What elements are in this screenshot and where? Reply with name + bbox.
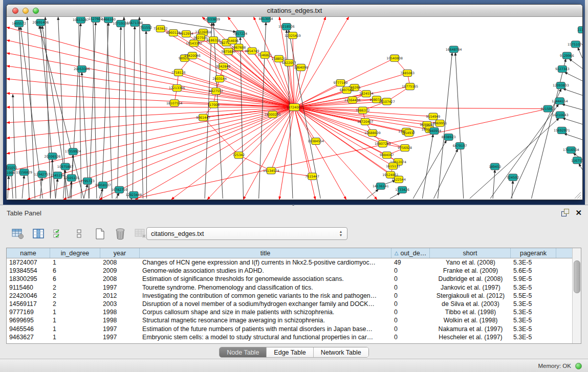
graph-node[interactable]: 9146821 — [258, 52, 272, 58]
graph-node[interactable]: 754696 — [226, 37, 238, 44]
graph-node[interactable]: 7163822 — [154, 26, 168, 32]
graph-node[interactable]: 189450 — [489, 163, 501, 170]
graph-node[interactable]: 1615132 — [386, 163, 400, 169]
graph-node[interactable]: 20206526 — [45, 153, 61, 160]
citation-network-graph[interactable]: 7163822896012889129542322605898275051654… — [7, 17, 582, 200]
graph-node[interactable]: 16543382 — [186, 40, 202, 47]
graph-node[interactable]: 12093833 — [553, 82, 569, 89]
column-header-year[interactable]: year — [100, 248, 140, 258]
graph-node[interactable]: 10975887 — [57, 163, 74, 170]
table-scrollbar-thumb[interactable] — [574, 260, 580, 293]
graph-node[interactable]: 15134574 — [263, 167, 279, 174]
graph-node[interactable]: 12444154 — [552, 98, 568, 104]
graph-node[interactable]: 15692971 — [554, 127, 570, 134]
new-document-icon[interactable] — [93, 227, 106, 240]
graph-node[interactable]: 14136141 — [373, 183, 389, 189]
graph-node[interactable]: 116755 — [571, 157, 582, 164]
table-row[interactable]: 1830029562008Estimation of significance … — [7, 275, 573, 283]
graph-node[interactable]: 9756928 — [398, 145, 412, 151]
graph-node[interactable]: 8960128 — [166, 30, 181, 36]
graph-node[interactable]: 12213386 — [169, 85, 185, 92]
tab-network-table[interactable]: Network Table — [314, 347, 368, 357]
table-row[interactable]: 946554611997Estimation of the future num… — [7, 325, 573, 333]
graph-node[interactable]: 751552 — [140, 25, 153, 31]
graph-node[interactable]: 1840954 — [427, 127, 442, 134]
graph-node[interactable]: 391994 — [7, 169, 15, 176]
graph-node[interactable]: 9154949 — [426, 113, 441, 120]
graph-node[interactable]: 9227343 — [555, 65, 570, 72]
graph-node[interactable]: 2803144 — [212, 75, 227, 82]
network-canvas[interactable]: 7163822896012889129542322605898275051654… — [7, 17, 582, 200]
resize-grip-icon[interactable] — [575, 192, 581, 199]
graph-node[interactable]: 2718126 — [171, 69, 186, 76]
close-panel-icon[interactable]: ✕ — [575, 209, 582, 216]
graph-node[interactable]: 117006 — [207, 101, 220, 108]
graph-node[interactable]: 16210643 — [552, 112, 569, 118]
graph-node[interactable]: 19218506 — [278, 24, 295, 30]
graph-node[interactable]: 16033809 — [204, 17, 220, 23]
graph-node[interactable]: 15751074 — [568, 41, 582, 48]
network-window-titlebar[interactable]: citations_edges.txt — [7, 5, 582, 17]
graph-node[interactable]: 1405572 — [12, 20, 26, 27]
graph-node[interactable]: 1545194 — [51, 172, 65, 179]
graph-node[interactable]: 20891406 — [33, 19, 49, 26]
graph-node[interactable]: 10688609 — [364, 129, 381, 136]
network-view-window[interactable]: citations_edges.txt 71638228960128891295… — [6, 4, 583, 200]
row-checklist-icon[interactable] — [52, 227, 66, 240]
panel-splitter[interactable]: ▴ — [290, 203, 296, 206]
graph-node[interactable]: 16107427 — [379, 98, 395, 105]
graph-node[interactable]: 7615447 — [305, 173, 319, 180]
graph-node[interactable]: 11156829 — [16, 169, 32, 176]
graph-node[interactable]: 8813054 — [259, 17, 273, 23]
delete-trash-icon[interactable] — [114, 227, 127, 240]
column-header-pagerank[interactable]: pagerank — [511, 248, 556, 258]
table-row[interactable]: 911546021997Tourette syndrome. Phenomeno… — [7, 283, 573, 292]
graph-node[interactable]: 20053346 — [74, 65, 90, 72]
graph-node[interactable]: 6497568 — [340, 87, 354, 94]
table-row[interactable]: 1456911722003Disruption of a novel membe… — [7, 300, 573, 308]
column-header-out_de[interactable]: △out_de… — [391, 248, 430, 258]
column-header-name[interactable]: name — [7, 248, 50, 258]
table-row[interactable]: 1872400712008Changes of HCN gene express… — [7, 258, 573, 267]
graph-node[interactable]: 2522544 — [391, 176, 406, 183]
table-row[interactable]: 946362711997Embryonic stem cells: a mode… — [7, 333, 573, 341]
table-selector-dropdown[interactable]: citations_edges.txt ▲▼ — [146, 227, 347, 240]
graph-node[interactable]: 9884067 — [380, 152, 394, 159]
graph-node[interactable]: 11129 — [577, 27, 582, 33]
graph-node[interactable]: 8912954 — [179, 31, 193, 37]
graph-node[interactable]: 10653287 — [73, 17, 89, 24]
graph-node[interactable]: 18807249 — [375, 141, 391, 147]
graph-node[interactable]: 7986372 — [356, 107, 370, 114]
graph-node[interactable]: 9129966 — [560, 52, 574, 59]
table-row[interactable]: 2242004622012Investigating the contribut… — [7, 292, 573, 300]
graph-node[interactable]: 18775165 — [402, 83, 418, 90]
graph-node[interactable]: 1733426 — [395, 186, 409, 193]
graph-node[interactable]: 16782759 — [111, 186, 127, 193]
graph-node[interactable]: 6479197 — [453, 143, 467, 149]
tab-edge-table[interactable]: Edge Table — [267, 347, 313, 357]
graph-node[interactable]: 18107554 — [166, 100, 183, 106]
column-header-short[interactable]: short — [430, 248, 511, 258]
column-header-title[interactable]: title — [140, 248, 391, 258]
graph-node[interactable]: 7857224 — [233, 31, 248, 37]
graph-node[interactable]: 924502 — [507, 174, 519, 181]
graph-node[interactable]: 16648784 — [446, 46, 462, 53]
table-settings-icon[interactable] — [11, 227, 25, 240]
float-panel-icon[interactable] — [561, 209, 569, 216]
graph-node[interactable]: 725342 — [233, 152, 245, 159]
graph-node[interactable]: 19958107 — [95, 182, 111, 188]
stacked-rows-icon[interactable] — [73, 227, 86, 240]
table-scrollbar[interactable] — [572, 248, 581, 343]
table-row[interactable]: 977716911998Corpus callosum shape and si… — [7, 308, 573, 316]
graph-node[interactable]: 8454749 — [245, 48, 259, 54]
tab-node-table[interactable]: Node Table — [220, 347, 267, 357]
column-header-in_degree[interactable]: in_degree — [50, 248, 100, 258]
graph-node[interactable]: 9875685 — [221, 48, 235, 55]
graph-node[interactable]: 954932 — [403, 129, 415, 136]
graph-node[interactable]: 17016504 — [563, 147, 579, 154]
select-columns-icon[interactable] — [32, 227, 45, 240]
resize-grip-icon[interactable] — [580, 198, 581, 199]
memory-status-indicator[interactable] — [575, 363, 582, 369]
graph-node[interactable]: 8186328 — [206, 37, 221, 43]
graph-node[interactable]: 17359924 — [65, 148, 81, 155]
